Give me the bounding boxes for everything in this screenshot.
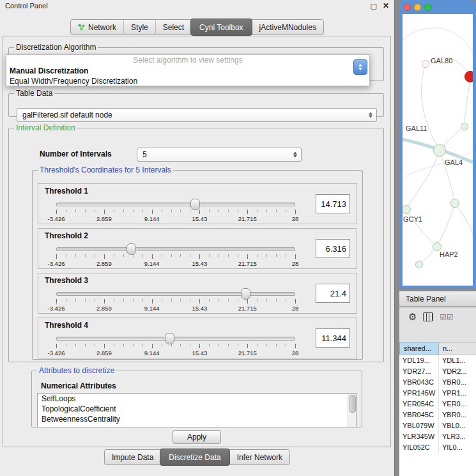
threshold-label: Threshold 2 bbox=[45, 231, 88, 240]
bottom-tab-bar: Impute DataDiscretize DataInfer Network bbox=[0, 449, 394, 465]
down-arrow-icon bbox=[358, 68, 362, 70]
tab-jactivemnodules[interactable]: jActiveMNodules bbox=[252, 20, 323, 35]
slider-handle[interactable] bbox=[127, 243, 136, 255]
close-icon[interactable]: ✕ bbox=[383, 1, 389, 10]
algorithm-placeholder: Select algorithm to view settings bbox=[6, 55, 369, 66]
threshold-value-field[interactable]: 11.344 bbox=[316, 328, 350, 348]
shared-name-cell: YBR045C bbox=[399, 410, 439, 420]
close-traffic-light[interactable] bbox=[404, 4, 411, 11]
attribute-item[interactable]: BetweennessCentrality bbox=[38, 414, 356, 424]
name-cell: YBL0... bbox=[439, 420, 476, 431]
shared-name-cell: YBR043C bbox=[399, 377, 439, 388]
name-cell: YIL0... bbox=[439, 442, 476, 453]
zoom-traffic-light[interactable] bbox=[424, 4, 431, 11]
column-header-name[interactable]: n... bbox=[439, 342, 476, 355]
table-row[interactable]: YBR045CYBR0... bbox=[399, 410, 476, 420]
window-title: Control Panel bbox=[5, 2, 48, 10]
algorithm-option-equal-width[interactable]: Equal Width/Frequency Discretization bbox=[6, 76, 369, 86]
attribute-item[interactable]: SelfLoops bbox=[38, 394, 356, 404]
slider-handle[interactable] bbox=[241, 288, 250, 300]
table-panel-header[interactable]: Table Panel bbox=[399, 291, 476, 307]
algorithm-option-manual[interactable]: Manual Discretization bbox=[6, 66, 369, 76]
settings-gear-icon[interactable]: ⚙ bbox=[408, 311, 417, 323]
node-label: GCY1 bbox=[403, 215, 422, 223]
threshold-value-field[interactable]: 21.4 bbox=[316, 284, 350, 303]
tab-label: Select bbox=[163, 23, 184, 32]
scrollbar-thumb[interactable] bbox=[349, 395, 356, 413]
table-row[interactable]: YBR043CYBR0... bbox=[399, 377, 476, 388]
algorithm-dropdown-popup: Select algorithm to view settings Manual… bbox=[6, 54, 370, 86]
list-scrollbar[interactable] bbox=[348, 394, 356, 427]
threshold-slider[interactable]: -3.4262.8599.14415.4321.71528 bbox=[56, 198, 295, 222]
slider-scale-labels: -3.4262.8599.14415.4321.71528 bbox=[56, 260, 295, 267]
tab-label: Network bbox=[88, 23, 116, 32]
network-node[interactable] bbox=[422, 60, 429, 68]
threshold-panel-1: Threshold 1-3.4262.8599.14415.4321.71528… bbox=[38, 183, 357, 224]
slider-handle[interactable] bbox=[190, 199, 200, 210]
slider-scale-labels: -3.4262.8599.14415.4321.71528 bbox=[56, 215, 295, 222]
float-icon[interactable]: ▢ bbox=[371, 2, 377, 10]
group-title: Interval Definition bbox=[14, 123, 77, 132]
network-node[interactable] bbox=[433, 242, 441, 251]
network-view-window: GAL80GAL11GAL4GCY1HAP2 bbox=[399, 0, 476, 289]
attributes-group: Attributes to discretize Numerical Attri… bbox=[31, 366, 362, 427]
column-header-shared-name[interactable]: shared... bbox=[399, 342, 439, 355]
threshold-panel-2: Threshold 2-3.4262.8599.14415.4321.71528… bbox=[38, 228, 357, 269]
threshold-label: Threshold 3 bbox=[45, 276, 88, 285]
apply-button[interactable]: Apply bbox=[173, 430, 221, 444]
table-data-combo[interactable]: galFiltered.sif default node bbox=[17, 108, 377, 122]
attribute-item[interactable]: TopologicalCoefficient bbox=[38, 404, 356, 414]
network-node[interactable] bbox=[415, 261, 423, 268]
network-canvas[interactable]: GAL80GAL11GAL4GCY1HAP2 bbox=[403, 14, 473, 286]
tab-select[interactable]: Select bbox=[155, 20, 191, 35]
cyni-toolbox-panel: Discretization Algorithm Select algorith… bbox=[3, 36, 391, 447]
name-cell: YPR1... bbox=[439, 388, 476, 399]
shared-name-cell: YIL052C bbox=[399, 442, 439, 453]
table-row[interactable]: YDR27...YDR2... bbox=[399, 366, 476, 377]
slider-track bbox=[56, 247, 295, 251]
attributes-list[interactable]: SelfLoopsTopologicalCoefficientBetweenne… bbox=[37, 393, 357, 427]
group-title: Table Data bbox=[14, 89, 54, 98]
node-label: HAP2 bbox=[440, 250, 458, 258]
tab-style[interactable]: Style bbox=[123, 20, 155, 35]
top-tab-bar: NetworkStyleSelectCyni ToolboxjActiveMNo… bbox=[0, 19, 394, 35]
network-node[interactable] bbox=[450, 199, 459, 208]
threshold-value-field[interactable]: 6.316 bbox=[316, 239, 350, 258]
network-node[interactable] bbox=[464, 71, 473, 82]
number-of-intervals-label: Number of Intervals bbox=[40, 150, 112, 158]
table-row[interactable]: YBL079WYBL0... bbox=[399, 420, 476, 431]
threshold-label: Threshold 4 bbox=[45, 321, 88, 330]
select-columns-icon[interactable]: ☑☑ bbox=[440, 313, 454, 321]
tab-network[interactable]: Network bbox=[71, 20, 123, 35]
bottom-tab-impute-data[interactable]: Impute Data bbox=[105, 450, 160, 464]
bottom-tab-discretize-data[interactable]: Discretize Data bbox=[160, 449, 229, 466]
slider-ticks bbox=[56, 299, 295, 304]
group-title: Attributes to discretize bbox=[37, 366, 116, 375]
table-row[interactable]: YIL052CYIL0... bbox=[399, 442, 476, 453]
bottom-tab-infer-network[interactable]: Infer Network bbox=[229, 450, 289, 464]
threshold-value-field[interactable]: 14.713 bbox=[316, 194, 350, 213]
network-node[interactable] bbox=[433, 144, 446, 157]
columns-icon[interactable] bbox=[423, 312, 433, 321]
table-row[interactable]: YER054CYER0... bbox=[399, 399, 476, 410]
name-cell: YLR3... bbox=[439, 431, 476, 442]
node-label: GAL4 bbox=[445, 158, 463, 166]
slider-handle[interactable] bbox=[165, 333, 174, 344]
slider-track bbox=[56, 337, 295, 341]
tab-label: Infer Network bbox=[237, 453, 282, 462]
shared-name-cell: YER054C bbox=[399, 399, 439, 410]
number-of-intervals-combo[interactable]: 5 bbox=[137, 148, 302, 162]
threshold-slider[interactable]: -3.4262.8599.14415.4321.71528 bbox=[56, 332, 295, 357]
minimize-traffic-light[interactable] bbox=[414, 4, 421, 11]
name-cell: YDL1... bbox=[439, 355, 476, 366]
network-node[interactable] bbox=[461, 123, 468, 130]
tab-cyni-toolbox[interactable]: Cyni Toolbox bbox=[190, 19, 252, 36]
table-row[interactable]: YLR345WYLR3... bbox=[399, 431, 476, 442]
threshold-slider[interactable]: -3.4262.8599.14415.4321.71528 bbox=[56, 243, 295, 267]
table-row[interactable]: YDL19...YDL1... bbox=[399, 355, 476, 366]
table-row[interactable]: YPR145WYPR1... bbox=[399, 388, 476, 399]
up-arrow-icon bbox=[358, 64, 362, 66]
numerical-attributes-label: Numerical Attributes bbox=[41, 381, 116, 390]
algorithm-combo-stepper[interactable] bbox=[353, 59, 367, 75]
threshold-slider[interactable]: -3.4262.8599.14415.4321.71528 bbox=[56, 288, 295, 312]
